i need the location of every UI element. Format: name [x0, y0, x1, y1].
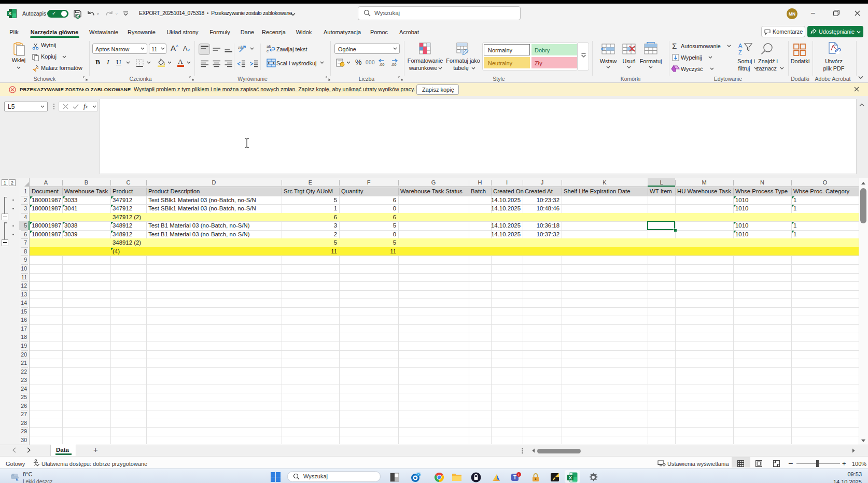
svg-text:.00: .00 — [379, 62, 384, 67]
svg-text:.00: .00 — [391, 62, 396, 67]
svg-text:1: 1 — [518, 473, 520, 477]
svg-text:X: X — [8, 11, 11, 16]
svg-text:A: A — [738, 42, 743, 49]
svg-text:ab: ab — [267, 44, 271, 49]
svg-text:Z: Z — [738, 49, 742, 55]
svg-text:X: X — [569, 475, 572, 480]
svg-text:T: T — [513, 475, 516, 480]
svg-text:c: c — [267, 49, 269, 53]
